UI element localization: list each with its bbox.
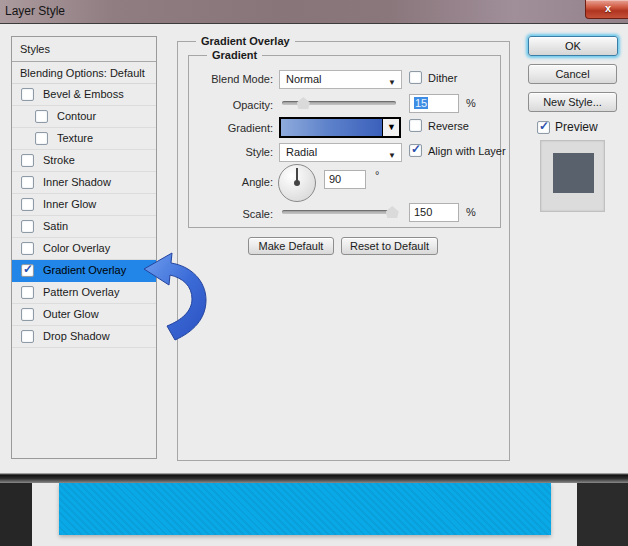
gradient-picker[interactable]: ▼ [279, 117, 401, 138]
sidebar-item-blending-options[interactable]: Blending Options: Default [12, 62, 156, 84]
dialog-bottom-shadow [0, 473, 628, 483]
checkbox-checked[interactable]: ✓ [537, 121, 550, 134]
new-style-button[interactable]: New Style... [528, 92, 617, 112]
opacity-label: Opacity: [193, 99, 273, 111]
chevron-down-icon: ▼ [387, 122, 396, 132]
angle-input[interactable]: 90 [324, 170, 366, 189]
sidebar-item-pattern-overlay[interactable]: Pattern Overlay [12, 282, 156, 304]
gradient-label: Gradient: [193, 122, 273, 134]
angle-dial[interactable] [278, 164, 316, 202]
checkbox[interactable] [21, 176, 34, 189]
layer-style-dialog: Layer Style x Styles Blending Options: D… [0, 0, 628, 473]
checkbox[interactable] [21, 198, 34, 211]
opacity-unit: % [466, 97, 476, 109]
checkbox[interactable] [21, 220, 34, 233]
gradient-overlay-panel: Gradient Overlay Gradient Blend Mode: No… [177, 41, 510, 461]
scale-input[interactable]: 150 [409, 203, 459, 222]
scale-slider[interactable] [282, 205, 396, 219]
checkbox[interactable] [35, 110, 48, 123]
gradient-swatch[interactable] [281, 119, 382, 136]
sidebar-item-drop-shadow[interactable]: Drop Shadow [12, 326, 156, 348]
panel-title: Gradient Overlay [196, 35, 295, 47]
chevron-down-icon: ▼ [388, 147, 396, 164]
preview-checkbox[interactable]: ✓ Preview [537, 120, 598, 134]
gradient-dropdown-button[interactable]: ▼ [382, 119, 399, 136]
cancel-button[interactable]: Cancel [528, 64, 617, 84]
align-with-layer-checkbox[interactable]: ✓ Align with Layer [409, 144, 506, 157]
chevron-down-icon: ▼ [388, 74, 396, 91]
sidebar-item-color-overlay[interactable]: Color Overlay [12, 238, 156, 260]
titlebar[interactable]: Layer Style x [0, 0, 628, 24]
sidebar-header: Styles [12, 37, 156, 62]
sidebar-item-contour[interactable]: Contour [12, 106, 156, 128]
blend-mode-label: Blend Mode: [193, 73, 273, 85]
opacity-input[interactable]: 15 [409, 94, 459, 113]
style-select[interactable]: Radial ▼ [279, 143, 402, 162]
style-preview-thumbnail [540, 140, 605, 212]
checkbox[interactable] [21, 308, 34, 321]
canvas-cyan-header-layer [59, 483, 551, 535]
checkbox-checked[interactable]: ✓ [21, 264, 34, 277]
checkbox[interactable] [21, 242, 34, 255]
sidebar-item-inner-glow[interactable]: Inner Glow [12, 194, 156, 216]
style-preview-swatch [553, 153, 594, 193]
sidebar-item-outer-glow[interactable]: Outer Glow [12, 304, 156, 326]
gradient-subpanel: Gradient Blend Mode: Normal ▼ Dither Opa… [188, 55, 501, 228]
window-title: Layer Style [5, 4, 65, 18]
checkbox[interactable] [35, 132, 48, 145]
checkbox[interactable] [409, 71, 422, 84]
canvas-pasteboard [577, 480, 628, 546]
sidebar-item-texture[interactable]: Texture [12, 128, 156, 150]
scale-label: Scale: [193, 208, 273, 220]
subpanel-title: Gradient [207, 49, 262, 61]
sidebar-item-bevel-emboss[interactable]: Bevel & Emboss [12, 84, 156, 106]
angle-label: Angle: [193, 176, 273, 188]
dither-checkbox[interactable]: Dither [409, 71, 457, 84]
opacity-slider[interactable] [282, 96, 396, 110]
checkbox[interactable] [21, 286, 34, 299]
checkbox[interactable] [21, 330, 34, 343]
scale-slider-thumb[interactable] [386, 206, 399, 218]
checkbox[interactable] [21, 88, 34, 101]
angle-unit: ° [375, 169, 379, 181]
sidebar-item-satin[interactable]: Satin [12, 216, 156, 238]
checkbox[interactable] [21, 154, 34, 167]
checkbox-checked[interactable]: ✓ [409, 144, 422, 157]
ok-button[interactable]: OK [528, 36, 618, 56]
reverse-checkbox[interactable]: Reverse [409, 119, 469, 132]
blend-mode-select[interactable]: Normal ▼ [279, 70, 402, 89]
sidebar-item-inner-shadow[interactable]: Inner Shadow [12, 172, 156, 194]
checkbox[interactable] [409, 119, 422, 132]
make-default-button[interactable]: Make Default [248, 237, 334, 255]
styles-sidebar: Styles Blending Options: Default Bevel &… [11, 36, 157, 459]
reset-to-default-button[interactable]: Reset to Default [341, 237, 438, 255]
opacity-slider-thumb[interactable] [297, 97, 310, 109]
sidebar-item-stroke[interactable]: Stroke [12, 150, 156, 172]
sidebar-item-gradient-overlay[interactable]: ✓ Gradient Overlay [12, 260, 156, 282]
close-icon[interactable]: x [585, 0, 628, 19]
scale-unit: % [466, 206, 476, 218]
style-label: Style: [193, 146, 273, 158]
